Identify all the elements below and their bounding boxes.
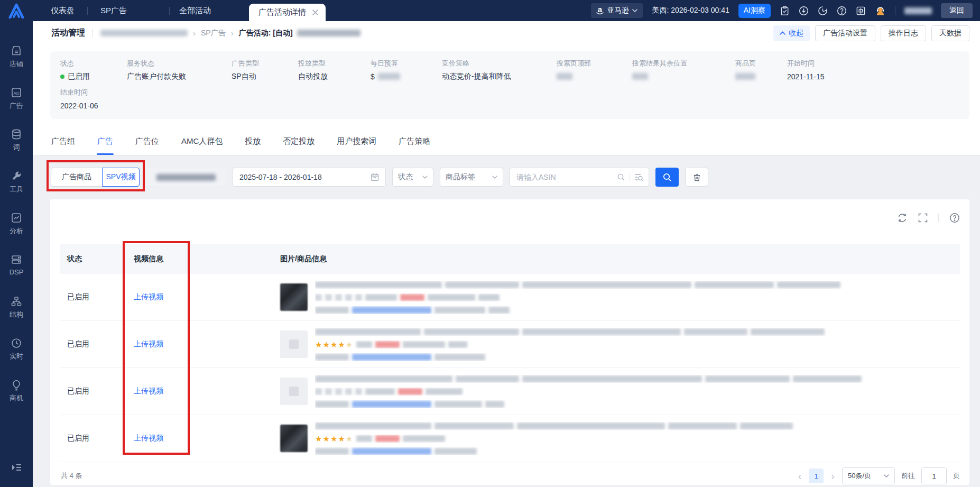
history-clock-icon[interactable] — [818, 6, 828, 16]
clear-filter-button[interactable] — [685, 168, 708, 187]
filter-bar: 广告商品 SPV视频 2025-07-18 - 2026-01-18 状态 商品… — [51, 168, 969, 187]
search-icon[interactable] — [617, 173, 625, 181]
product-info-blur: ★★★★★ — [315, 328, 960, 361]
nav-dashboard[interactable]: 仪表盘 — [51, 6, 75, 16]
sidebar-item-dsp[interactable]: DSP — [10, 254, 24, 283]
table-row: 已启用 上传视频 — [60, 368, 960, 415]
asin-input[interactable] — [516, 173, 613, 181]
page-number[interactable]: 1 — [809, 468, 824, 483]
row-status: 已启用 — [60, 292, 134, 302]
product-thumbnail[interactable] — [280, 330, 308, 358]
status-filter-select[interactable]: 状态 — [392, 168, 433, 187]
close-icon[interactable] — [312, 10, 318, 15]
row-status: 已启用 — [60, 387, 134, 396]
tab-ad-strategy[interactable]: 广告策略 — [399, 128, 430, 155]
sidebar-collapse-icon[interactable] — [10, 462, 23, 473]
tab-ad-groups[interactable]: 广告组 — [51, 128, 75, 155]
goto-page-input[interactable] — [921, 467, 947, 484]
tab-negative-targeting[interactable]: 否定投放 — [283, 128, 315, 155]
fullscreen-icon[interactable] — [918, 213, 928, 223]
tab-amc-audience[interactable]: AMC人群包 — [181, 128, 223, 155]
timezone-clock: 美西: 2026-02-03 00:41 — [652, 6, 729, 15]
sidebar-item-opportunity[interactable]: 商机 — [10, 379, 23, 409]
campaign-name-blur — [297, 30, 360, 36]
operation-log-button[interactable]: 操作日志 — [881, 25, 926, 41]
tab-campaign-detail-label: 广告活动详情 — [258, 7, 306, 17]
row-status: 已启用 — [60, 339, 134, 349]
upload-video-link[interactable]: 上传视频 — [134, 387, 163, 395]
next-page-icon[interactable]: › — [830, 471, 836, 481]
tab-targeting[interactable]: 投放 — [245, 128, 261, 155]
back-button[interactable]: 返回 — [941, 3, 973, 18]
page-size-select[interactable]: 50条/页 — [842, 467, 895, 484]
sidebar-item-tools[interactable]: 工具 — [10, 170, 23, 200]
prev-page-icon[interactable]: ‹ — [797, 471, 803, 481]
search-button[interactable] — [655, 168, 679, 187]
app-logo-icon[interactable] — [0, 0, 33, 21]
chevron-down-icon — [422, 176, 428, 179]
sidebar-item-analytics[interactable]: 分析 — [10, 212, 23, 242]
tab-placements[interactable]: 广告位 — [135, 128, 159, 155]
clock-icon — [11, 337, 22, 349]
product-tag-select[interactable]: 商品标签 — [440, 168, 503, 187]
upload-video-link[interactable]: 上传视频 — [134, 292, 163, 301]
product-thumbnail[interactable] — [280, 425, 308, 452]
support-headset-icon[interactable] — [875, 5, 886, 16]
account-name[interactable] — [904, 7, 932, 14]
store-selector[interactable]: a 亚马逊 — [591, 3, 643, 18]
field-end-time: 结束时间 2022-01-06 — [60, 88, 198, 111]
calendar-icon — [371, 173, 379, 181]
breadcrumb-divider — [93, 29, 93, 37]
wrench-icon — [11, 170, 22, 182]
svg-text:AD: AD — [13, 91, 19, 96]
advanced-search-icon[interactable] — [634, 173, 643, 181]
upload-video-link[interactable]: 上传视频 — [134, 434, 163, 442]
table-header: 状态 视频信息 图片/商品信息 — [60, 244, 960, 274]
date-range-picker[interactable]: 2025-07-18 - 2026-01-18 — [233, 168, 386, 187]
tab-campaign-detail[interactable]: 广告活动详情 — [249, 4, 326, 21]
sidebar-item-keywords[interactable]: 词 — [11, 128, 22, 158]
chevron-down-icon — [632, 9, 637, 12]
upload-video-link[interactable]: 上传视频 — [134, 339, 163, 348]
select-value-blur — [156, 174, 216, 181]
breadcrumb-sp[interactable]: SP广告 — [201, 29, 226, 38]
tab-search-terms[interactable]: 用户搜索词 — [337, 128, 376, 155]
refresh-icon[interactable] — [897, 213, 908, 223]
blurred-filter-select[interactable] — [146, 168, 226, 187]
help-icon[interactable] — [949, 213, 960, 223]
table-row: 已启用 上传视频 — [60, 274, 960, 321]
campaign-settings-button[interactable]: 广告活动设置 — [815, 25, 875, 41]
field-start-time: 开始时间 2021-11-15 — [787, 59, 969, 81]
product-thumbnail[interactable] — [280, 283, 308, 311]
task-clipboard-icon[interactable] — [780, 6, 790, 16]
topbar: 仪表盘 SP广告 全部活动 广告活动详情 a 亚马逊 美西: 2026-02-0… — [0, 0, 980, 21]
topbar-divider — [895, 6, 895, 15]
collapse-button[interactable]: 收起 — [773, 25, 810, 41]
language-icon[interactable] — [856, 6, 866, 16]
nav-sp-ads[interactable]: SP广告 — [100, 6, 127, 16]
toggle-spv-video[interactable]: SPV视频 — [102, 168, 140, 187]
value-blur — [735, 73, 755, 80]
toggle-ad-products[interactable]: 广告商品 — [51, 168, 103, 187]
product-info-blur: ★★★★★ — [315, 422, 960, 455]
help-icon[interactable] — [837, 6, 847, 16]
chevron-down-icon — [884, 474, 889, 477]
download-icon[interactable] — [799, 6, 809, 16]
header-actions: 收起 广告活动设置 操作日志 天数据 — [773, 25, 969, 41]
field-daily-budget: 每日预算 $ — [371, 59, 442, 81]
day-data-button[interactable]: 天数据 — [931, 25, 969, 41]
nav-all-campaigns[interactable]: 全部活动 — [179, 6, 211, 16]
sidebar-item-realtime[interactable]: 实时 — [10, 337, 23, 367]
sidebar: 店铺 AD 广告 词 工具 分析 DSP 结构 — [0, 21, 33, 487]
product-thumbnail[interactable] — [280, 378, 308, 405]
status-dot — [60, 75, 64, 79]
ad-group-name-blur — [100, 30, 188, 36]
product-info-blur — [315, 281, 960, 314]
table-row: 已启用 上传视频 ★★★★★ — [60, 415, 960, 462]
sidebar-item-structure[interactable]: 结构 — [10, 296, 23, 325]
sidebar-item-store[interactable]: 店铺 — [10, 45, 23, 75]
table-row: 已启用 上传视频 ★★★★★ — [60, 321, 960, 368]
tab-ads[interactable]: 广告 — [97, 128, 113, 155]
sidebar-item-ads[interactable]: AD 广告 — [10, 87, 23, 116]
ai-insight-button[interactable]: AI洞察 — [738, 4, 771, 18]
